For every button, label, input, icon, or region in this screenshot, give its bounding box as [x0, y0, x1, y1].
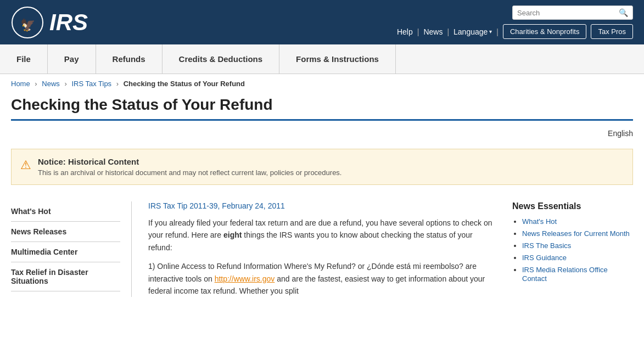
notice-text: This is an archival or historical docume… — [38, 168, 341, 177]
notice-content: Notice: Historical Content This is an ar… — [38, 157, 341, 177]
essentials-whats-hot[interactable]: What's Hot — [522, 217, 557, 226]
search-input[interactable] — [517, 9, 619, 17]
help-link[interactable]: Help — [397, 27, 413, 36]
language-display: English — [608, 129, 633, 138]
notice-title: Notice: Historical Content — [38, 157, 341, 166]
nav-refunds[interactable]: Refunds — [96, 44, 163, 74]
chevron-down-icon: ▾ — [489, 29, 492, 35]
essentials-irs-guidance[interactable]: IRS Guidance — [522, 254, 567, 262]
breadcrumb-tax-tips[interactable]: IRS Tax Tips — [71, 80, 111, 88]
right-sidebar: News Essentials What's Hot News Releases… — [512, 201, 633, 297]
main-nav: File Pay Refunds Credits & Deductions Fo… — [0, 44, 644, 74]
essentials-news-releases[interactable]: News Releases for Current Month — [522, 229, 630, 238]
separator-2: | — [447, 27, 449, 36]
search-bar[interactable]: 🔍 — [512, 5, 633, 20]
separator-3: | — [496, 27, 499, 36]
breadcrumb-news[interactable]: News — [42, 80, 60, 88]
list-item: What's Hot — [522, 217, 633, 226]
nav-forms[interactable]: Forms & Instructions — [279, 44, 396, 74]
breadcrumb-current: Checking the Status of Your Refund — [124, 80, 245, 88]
irs-logo-text: IRS — [49, 11, 88, 34]
top-nav: Help | News | Language ▾ | Charities & N… — [397, 24, 633, 39]
nav-file[interactable]: File — [0, 44, 48, 74]
logo-area: 🦅 IRS — [11, 6, 88, 39]
breadcrumb-sep-1: › — [35, 80, 37, 88]
article-intro: If you already filed your federal tax re… — [148, 217, 496, 254]
header-right: 🔍 Help | News | Language ▾ | Charities &… — [397, 5, 633, 39]
list-item: News Releases for Current Month — [522, 229, 633, 238]
breadcrumb: Home › News › IRS Tax Tips › Checking th… — [0, 74, 644, 93]
page-title: Checking the Status of Your Refund — [0, 93, 644, 119]
charities-button[interactable]: Charities & Nonprofits — [503, 24, 586, 39]
irs-gov-link[interactable]: http://www.irs.gov — [215, 274, 275, 283]
sidebar-multimedia[interactable]: Multimedia Center — [11, 242, 120, 262]
svg-text:🦅: 🦅 — [20, 18, 36, 32]
nav-pay[interactable]: Pay — [48, 44, 96, 74]
news-essentials-title: News Essentials — [512, 201, 633, 211]
article-paragraph-1: 1) Online Access to Refund Information W… — [148, 260, 496, 297]
article-meta: IRS Tax Tip 2011-39, February 24, 2011 — [148, 201, 496, 210]
site-header: 🦅 IRS 🔍 Help | News | Language ▾ | Chari… — [0, 0, 644, 44]
sidebar-whats-hot[interactable]: What's Hot — [11, 201, 120, 222]
list-item: IRS Media Relations Office Contact — [522, 265, 633, 283]
list-item: IRS Guidance — [522, 253, 633, 262]
content-area: What's Hot News Releases Multimedia Cent… — [0, 190, 644, 308]
article-body: 1) Online Access to Refund Information W… — [148, 260, 496, 297]
sidebar-news-releases[interactable]: News Releases — [11, 222, 120, 242]
notice-banner: ⚠ Notice: Historical Content This is an … — [11, 149, 633, 185]
left-sidebar: What's Hot News Releases Multimedia Cent… — [11, 201, 132, 297]
list-item: IRS The Basics — [522, 241, 633, 250]
search-icon[interactable]: 🔍 — [619, 8, 628, 17]
news-link[interactable]: News — [423, 27, 443, 36]
essentials-media-contact[interactable]: IRS Media Relations Office Contact — [522, 266, 608, 283]
language-button[interactable]: Language ▾ — [453, 27, 492, 36]
language-label: Language — [453, 27, 488, 36]
news-essentials-list: What's Hot News Releases for Current Mon… — [512, 217, 633, 283]
language-row: English — [0, 126, 644, 143]
main-content: IRS Tax Tip 2011-39, February 24, 2011 I… — [132, 201, 512, 297]
tax-pros-button[interactable]: Tax Pros — [591, 24, 633, 39]
essentials-irs-basics[interactable]: IRS The Basics — [522, 241, 571, 250]
highlight-eight: eight — [223, 231, 242, 239]
intro-text: If you already filed your federal tax re… — [148, 218, 492, 252]
title-divider — [11, 119, 633, 121]
sidebar-disaster[interactable]: Tax Relief in Disaster Situations — [11, 262, 120, 291]
irs-eagle-icon: 🦅 — [11, 6, 44, 39]
separator-1: | — [417, 27, 419, 36]
nav-credits[interactable]: Credits & Deductions — [163, 44, 280, 74]
breadcrumb-home[interactable]: Home — [11, 80, 30, 88]
breadcrumb-sep-2: › — [64, 80, 66, 88]
warning-icon: ⚠ — [20, 158, 31, 172]
breadcrumb-sep-3: › — [116, 80, 119, 88]
